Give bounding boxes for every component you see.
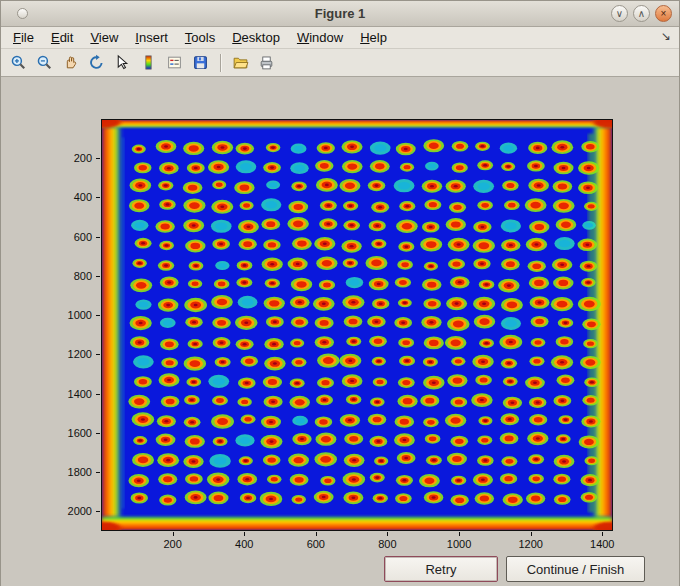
x-tick-label: 800 xyxy=(378,538,396,550)
open-icon xyxy=(232,54,249,71)
axes-box xyxy=(101,119,613,531)
y-tick xyxy=(96,354,100,355)
toolbar-separator xyxy=(220,54,221,72)
toolbar-colorbar-button[interactable] xyxy=(137,51,160,74)
y-tick-label: 1400 xyxy=(68,388,92,400)
pan-icon xyxy=(62,54,79,71)
toolbar-insert-legend-button[interactable] xyxy=(163,51,186,74)
minimize-button[interactable]: ∨ xyxy=(611,5,628,22)
y-tick xyxy=(96,237,100,238)
y-tick xyxy=(96,315,100,316)
x-tick-label: 1200 xyxy=(518,538,542,550)
y-tick-label: 1200 xyxy=(68,348,92,360)
toolbar-pan-button[interactable] xyxy=(59,51,82,74)
zoom-out-icon xyxy=(36,54,53,71)
continue-finish-button[interactable]: Continue / Finish xyxy=(506,556,645,582)
x-tick xyxy=(531,532,532,536)
toolbar-data-cursor-button[interactable] xyxy=(111,51,134,74)
x-tick-label: 1400 xyxy=(590,538,614,550)
figure-content: 2004006008001000120014002004006008001000… xyxy=(1,77,679,586)
y-tick xyxy=(96,472,100,473)
menu-item-file[interactable]: File xyxy=(13,30,34,45)
close-button[interactable]: × xyxy=(655,5,672,22)
menu-item-edit[interactable]: Edit xyxy=(51,30,73,45)
window-title: Figure 1 xyxy=(1,6,679,21)
colorbar-icon xyxy=(140,54,157,71)
y-tick xyxy=(96,511,100,512)
insert-legend-icon xyxy=(166,54,183,71)
menu-item-insert[interactable]: Insert xyxy=(135,30,168,45)
y-tick-label: 600 xyxy=(74,231,92,243)
rotate-3d-icon xyxy=(88,54,105,71)
toolbar-save-button[interactable] xyxy=(189,51,212,74)
x-tick-label: 200 xyxy=(163,538,181,550)
y-tick-label: 1600 xyxy=(68,427,92,439)
x-tick-label: 600 xyxy=(307,538,325,550)
zoom-in-icon xyxy=(10,54,27,71)
y-tick-label: 1000 xyxy=(68,309,92,321)
x-tick-label: 1000 xyxy=(447,538,471,550)
retry-button[interactable]: Retry xyxy=(384,556,498,582)
menu-item-desktop[interactable]: Desktop xyxy=(232,30,280,45)
figure-plot-image[interactable] xyxy=(102,120,612,530)
x-tick-label: 400 xyxy=(235,538,253,550)
toolbar-zoom-in-button[interactable] xyxy=(7,51,30,74)
maximize-button[interactable]: ∧ xyxy=(633,5,650,22)
y-tick-label: 400 xyxy=(74,191,92,203)
toolbar xyxy=(1,49,679,77)
menubar: FileEditViewInsertToolsDesktopWindowHelp… xyxy=(1,27,679,49)
y-tick xyxy=(96,394,100,395)
x-tick xyxy=(459,532,460,536)
toolbar-print-button[interactable] xyxy=(255,51,278,74)
y-tick xyxy=(96,276,100,277)
menubar-items: FileEditViewInsertToolsDesktopWindowHelp xyxy=(13,30,387,45)
x-tick xyxy=(173,532,174,536)
menu-item-tools[interactable]: Tools xyxy=(185,30,215,45)
y-tick-label: 1800 xyxy=(68,466,92,478)
y-tick-label: 200 xyxy=(74,152,92,164)
matlab-figure-window: Figure 1 ∨∧× FileEditViewInsertToolsDesk… xyxy=(0,0,680,586)
y-tick xyxy=(96,197,100,198)
x-tick xyxy=(387,532,388,536)
titlebar: Figure 1 ∨∧× xyxy=(1,1,679,27)
menu-item-view[interactable]: View xyxy=(90,30,118,45)
print-icon xyxy=(258,54,275,71)
menu-item-help[interactable]: Help xyxy=(360,30,387,45)
save-icon xyxy=(192,54,209,71)
y-tick xyxy=(96,433,100,434)
y-tick xyxy=(96,158,100,159)
x-tick xyxy=(316,532,317,536)
dock-figure-icon[interactable]: ↘ xyxy=(661,29,671,43)
x-tick xyxy=(244,532,245,536)
window-controls: ∨∧× xyxy=(611,5,672,22)
toolbar-zoom-out-button[interactable] xyxy=(33,51,56,74)
y-tick-label: 800 xyxy=(74,270,92,282)
toolbar-open-button[interactable] xyxy=(229,51,252,74)
toolbar-rotate-3d-button[interactable] xyxy=(85,51,108,74)
x-tick xyxy=(602,532,603,536)
menu-item-window[interactable]: Window xyxy=(297,30,343,45)
data-cursor-icon xyxy=(114,54,131,71)
y-tick-label: 2000 xyxy=(68,505,92,517)
